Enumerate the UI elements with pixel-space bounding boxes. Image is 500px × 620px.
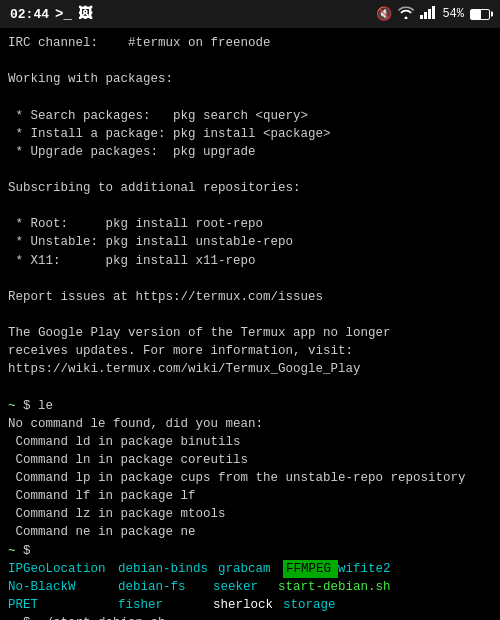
line-cmd-ln: Command ln in package coreutils (8, 451, 492, 469)
image-icon: 🖼 (78, 6, 92, 22)
line-googleplay: The Google Play version of the Termux ap… (8, 324, 492, 378)
line-subscribing: Subscribing to additional repositories: (8, 179, 492, 197)
svg-rect-1 (424, 12, 427, 19)
files-row-2: No-BlackW debian-fs seeker start-debian.… (8, 578, 492, 596)
file-fisher: fisher (118, 596, 213, 614)
line-prompt-start-debian: ~ $ ./start-debian.sh (8, 614, 492, 620)
files-row-1: IPGeoLocation debian-binds grabcam FFMPE… (8, 560, 492, 578)
mute-icon: 🔇 (376, 6, 392, 22)
line-x11: * X11: pkg install x11-repo (8, 252, 492, 270)
line-unstable: * Unstable: pkg install unstable-repo (8, 233, 492, 251)
file-ipgeolocation: IPGeoLocation (8, 560, 118, 578)
line-cmd-lf: Command lf in package lf (8, 487, 492, 505)
status-left: 02:44 >_ 🖼 (10, 6, 92, 22)
line-search: * Search packages: pkg search <query> (8, 107, 492, 125)
file-listing: IPGeoLocation debian-binds grabcam FFMPE… (8, 560, 492, 614)
svg-rect-0 (420, 15, 423, 19)
file-grabcam: grabcam (218, 560, 283, 578)
line-cmd-lp: Command lp in package cups from the unst… (8, 469, 492, 487)
file-ffmpeg: FFMPEG (283, 560, 338, 578)
battery-percent: 54% (442, 7, 464, 21)
line-working: Working with packages: (8, 70, 492, 88)
line-no-cmd: No command le found, did you mean: (8, 415, 492, 433)
file-pret: PRET (8, 596, 118, 614)
files-row-3: PRET fisher sherlock storage (8, 596, 492, 614)
file-storage: storage (283, 596, 363, 614)
line-install: * Install a package: pkg install <packag… (8, 125, 492, 143)
svg-rect-2 (428, 9, 431, 19)
line-root: * Root: pkg install root-repo (8, 215, 492, 233)
file-seeker: seeker (213, 578, 278, 596)
file-debian-fs: debian-fs (118, 578, 213, 596)
file-start-debian: start-debian.sh (278, 578, 401, 596)
line-cmd-ld: Command ld in package binutils (8, 433, 492, 451)
line-upgrade: * Upgrade packages: pkg upgrade (8, 143, 492, 161)
line-cmd-ne: Command ne in package ne (8, 523, 492, 541)
wifi-icon (398, 6, 414, 23)
line-report: Report issues at https://termux.com/issu… (8, 288, 492, 306)
line-prompt-le: ~ $ le (8, 397, 492, 415)
file-debian-binds: debian-binds (118, 560, 218, 578)
svg-rect-3 (432, 6, 435, 19)
file-sherlock: sherlock (213, 596, 283, 614)
signal-icon (420, 6, 436, 23)
status-bar: 02:44 >_ 🖼 🔇 54% (0, 0, 500, 28)
status-right: 🔇 54% (376, 6, 490, 23)
file-wifite2: wifite2 (338, 560, 418, 578)
terminal-icon: >_ (55, 6, 72, 22)
battery-icon (470, 9, 490, 20)
file-no-blackw: No-BlackW (8, 578, 118, 596)
line-irc: IRC channel: #termux on freenode (8, 34, 492, 52)
time-display: 02:44 (10, 7, 49, 22)
terminal[interactable]: IRC channel: #termux on freenode Working… (0, 28, 500, 620)
line-cmd-lz: Command lz in package mtools (8, 505, 492, 523)
line-prompt-tilde: ~ $ (8, 542, 492, 560)
